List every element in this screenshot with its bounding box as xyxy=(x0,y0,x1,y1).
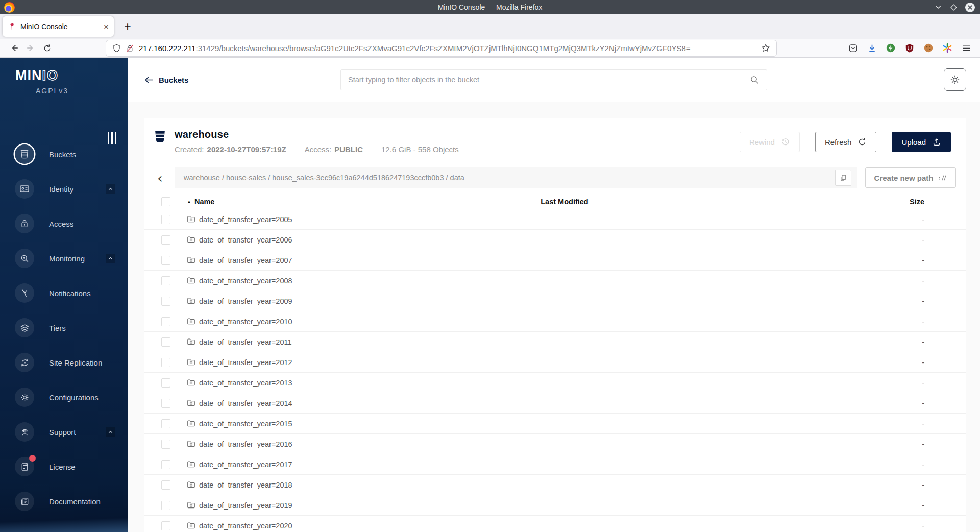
folder-icon xyxy=(187,297,195,305)
object-name[interactable]: date_of_transfer_year=2013 xyxy=(199,379,292,387)
table-row[interactable]: date_of_transfer_year=2016 - xyxy=(144,434,966,454)
cookie-extension-icon[interactable] xyxy=(923,42,934,54)
table-row[interactable]: date_of_transfer_year=2005 - xyxy=(144,209,966,230)
table-row[interactable]: date_of_transfer_year=2007 - xyxy=(144,250,966,271)
tab-minio-console[interactable]: MinIO Console × xyxy=(3,16,114,37)
object-name[interactable]: date_of_transfer_year=2011 xyxy=(199,338,292,346)
create-new-path-button[interactable]: Create new path xyxy=(865,167,956,188)
close-tab-icon[interactable]: × xyxy=(104,22,109,31)
sidebar-item-buckets[interactable]: Buckets xyxy=(0,137,128,172)
row-checkbox[interactable] xyxy=(161,460,170,469)
table-row[interactable]: date_of_transfer_year=2011 - xyxy=(144,332,966,352)
chevron-up-icon[interactable] xyxy=(106,254,115,263)
maximize-icon[interactable] xyxy=(950,4,958,11)
row-checkbox[interactable] xyxy=(161,378,170,388)
breadcrumb[interactable]: warehouse / house-sales / house_sales-3e… xyxy=(184,174,464,182)
row-checkbox[interactable] xyxy=(161,419,170,428)
upload-button[interactable]: Upload xyxy=(892,132,951,152)
sidebar-item-site-replication[interactable]: Site Replication xyxy=(0,345,128,380)
row-checkbox[interactable] xyxy=(161,399,170,408)
path-back-chevron[interactable]: ‹ xyxy=(157,171,170,185)
object-name[interactable]: date_of_transfer_year=2016 xyxy=(199,440,292,448)
object-name[interactable]: date_of_transfer_year=2019 xyxy=(199,501,292,510)
select-all-checkbox[interactable] xyxy=(161,197,170,206)
sidebar-item-documentation[interactable]: Documentation xyxy=(0,484,128,519)
row-checkbox[interactable] xyxy=(161,235,170,245)
sidebar-item-configurations[interactable]: Configurations xyxy=(0,380,128,415)
table-row[interactable]: date_of_transfer_year=2014 - xyxy=(144,393,966,414)
row-checkbox[interactable] xyxy=(161,358,170,367)
rewind-button[interactable]: Rewind xyxy=(740,132,800,152)
row-checkbox[interactable] xyxy=(161,521,170,530)
row-checkbox[interactable] xyxy=(161,440,170,449)
insecure-lock-icon[interactable] xyxy=(126,44,134,53)
table-row[interactable]: date_of_transfer_year=2008 - xyxy=(144,271,966,291)
refresh-button[interactable]: Refresh xyxy=(815,132,877,152)
object-name[interactable]: date_of_transfer_year=2020 xyxy=(199,522,292,530)
sidebar-item-monitoring[interactable]: Monitoring xyxy=(0,241,128,276)
extension-green-icon[interactable] xyxy=(885,42,896,54)
sidebar-item-identity[interactable]: Identity xyxy=(0,172,128,206)
row-checkbox[interactable] xyxy=(161,317,170,326)
object-name[interactable]: date_of_transfer_year=2017 xyxy=(199,461,292,469)
table-row[interactable]: date_of_transfer_year=2006 - xyxy=(144,230,966,250)
shield-permissions-icon[interactable] xyxy=(112,44,121,53)
object-name[interactable]: date_of_transfer_year=2012 xyxy=(199,358,292,367)
object-name[interactable]: date_of_transfer_year=2009 xyxy=(199,297,292,305)
object-name[interactable]: date_of_transfer_year=2010 xyxy=(199,318,292,326)
back-to-buckets-link[interactable]: Buckets xyxy=(144,76,188,84)
object-name[interactable]: date_of_transfer_year=2006 xyxy=(199,236,292,244)
table-row[interactable]: date_of_transfer_year=2009 - xyxy=(144,291,966,311)
sidebar-item-tiers[interactable]: Tiers xyxy=(0,310,128,345)
pocket-icon[interactable] xyxy=(847,42,859,54)
table-row[interactable]: date_of_transfer_year=2017 - xyxy=(144,454,966,475)
table-row[interactable]: date_of_transfer_year=2019 - xyxy=(144,495,966,516)
settings-button[interactable] xyxy=(944,68,966,91)
row-checkbox[interactable] xyxy=(161,501,170,510)
object-name[interactable]: date_of_transfer_year=2007 xyxy=(199,256,292,264)
back-button[interactable] xyxy=(6,40,22,56)
object-name[interactable]: date_of_transfer_year=2008 xyxy=(199,277,292,285)
search-input[interactable] xyxy=(348,76,750,84)
new-tab-button[interactable]: + xyxy=(119,18,136,35)
row-checkbox[interactable] xyxy=(161,256,170,265)
object-name[interactable]: date_of_transfer_year=2018 xyxy=(199,481,292,489)
copy-path-button[interactable] xyxy=(835,170,851,186)
reload-button[interactable] xyxy=(39,40,55,56)
chevron-up-icon[interactable] xyxy=(106,184,115,194)
table-row[interactable]: date_of_transfer_year=2013 - xyxy=(144,373,966,393)
object-name[interactable]: date_of_transfer_year=2005 xyxy=(199,215,292,224)
object-name[interactable]: date_of_transfer_year=2015 xyxy=(199,420,292,428)
sidebar-item-logout[interactable]: Logout xyxy=(0,527,128,532)
table-row[interactable]: date_of_transfer_year=2020 - xyxy=(144,516,966,532)
object-name[interactable]: date_of_transfer_year=2014 xyxy=(199,399,292,407)
url-bar[interactable]: 217.160.222.211:31429/buckets/warehouse/… xyxy=(106,40,776,56)
sidebar-item-notifications[interactable]: Notifications xyxy=(0,276,128,310)
row-checkbox[interactable] xyxy=(161,276,170,285)
table-row[interactable]: date_of_transfer_year=2012 - xyxy=(144,352,966,373)
bookmark-star-icon[interactable] xyxy=(761,43,770,53)
table-row[interactable]: date_of_transfer_year=2018 - xyxy=(144,475,966,495)
close-window-icon[interactable] xyxy=(965,3,975,12)
forward-button[interactable] xyxy=(22,40,39,56)
download-icon[interactable] xyxy=(866,42,877,54)
menu-hamburger-icon[interactable] xyxy=(961,42,972,54)
colorful-extension-icon[interactable] xyxy=(942,42,953,54)
sidebar-item-license[interactable]: License xyxy=(0,449,128,484)
ublock-origin-icon[interactable] xyxy=(904,42,915,54)
column-header-size[interactable]: Size xyxy=(667,198,924,206)
object-filter-search[interactable] xyxy=(340,69,767,90)
url-text[interactable]: 217.160.222.211:31429/buckets/warehouse/… xyxy=(139,44,756,53)
row-checkbox[interactable] xyxy=(161,215,170,224)
sidebar-item-access[interactable]: Access xyxy=(0,206,128,241)
column-header-name[interactable]: ▲ Name xyxy=(187,198,462,206)
minimize-icon[interactable] xyxy=(934,3,942,11)
column-header-last-modified[interactable]: Last Modified xyxy=(462,198,667,206)
table-row[interactable]: date_of_transfer_year=2015 - xyxy=(144,414,966,434)
sidebar-item-support[interactable]: Support xyxy=(0,415,128,449)
row-checkbox[interactable] xyxy=(161,337,170,347)
row-checkbox[interactable] xyxy=(161,480,170,490)
table-row[interactable]: date_of_transfer_year=2010 - xyxy=(144,311,966,332)
chevron-up-icon[interactable] xyxy=(106,427,115,437)
row-checkbox[interactable] xyxy=(161,297,170,306)
